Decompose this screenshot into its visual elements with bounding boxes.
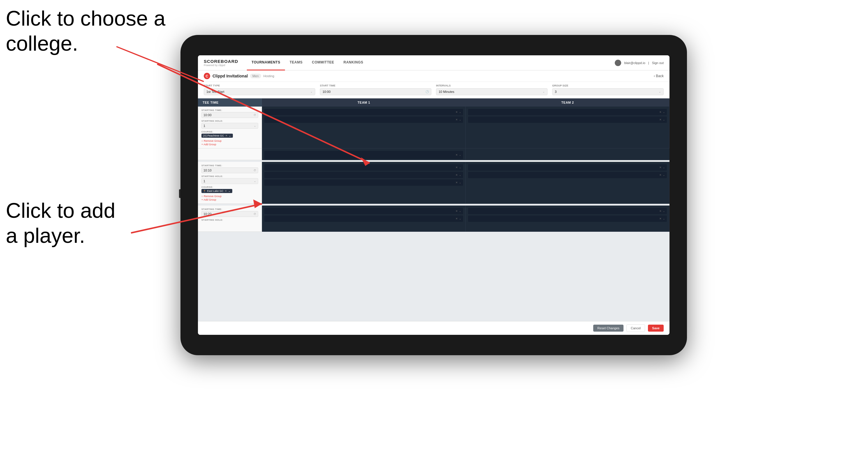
slot-x-5-2[interactable]: ✕ xyxy=(456,217,458,220)
slot-x-icon-1-2[interactable]: ✕ xyxy=(456,118,458,121)
bottom-bar: Reset Changes Cancel Save xyxy=(198,321,670,335)
player-slot-4-1[interactable]: ✕⌄ xyxy=(468,164,667,170)
starting-time-label-2: STARTING TIME: xyxy=(202,164,258,167)
player-slot-2-1[interactable]: ✕ ⌄ xyxy=(468,109,667,115)
slot-x-extra-1[interactable]: ✕ xyxy=(456,153,458,156)
nav-teams[interactable]: TEAMS xyxy=(285,55,307,70)
player-slot-1-2[interactable]: ✕ ⌄ xyxy=(264,117,463,123)
player-slot-1-1[interactable]: ✕ ⌄ xyxy=(264,109,463,115)
group-actions-2: ○ Remove Group + Add Group xyxy=(202,195,258,201)
slot-x-4-1[interactable]: ✕ xyxy=(659,166,662,169)
course-expand-2[interactable]: ⌄ xyxy=(228,190,230,192)
slot-expand-extra-1[interactable]: ⌄ xyxy=(459,153,461,156)
nav-tournaments[interactable]: TOURNAMENTS xyxy=(247,55,285,70)
start-type-group: Start Type 1st Tee Start ⌄ xyxy=(204,84,315,95)
nav-links: TOURNAMENTS TEAMS COMMITTEE RANKINGS xyxy=(247,55,615,70)
course-chip-2[interactable]: 🏌 East Lake GC ✕ ⌄ xyxy=(202,189,232,193)
slot-x-6-1[interactable]: ✕ xyxy=(659,210,662,213)
nav-committee[interactable]: COMMITTEE xyxy=(307,55,339,70)
slot-expand-4-1[interactable]: ⌄ xyxy=(663,166,665,169)
slot-x-3-2[interactable]: ✕ xyxy=(456,174,458,177)
brand-sub: Powered by clippd xyxy=(204,64,238,67)
team1-extra-1: ✕⌄ xyxy=(262,149,466,160)
nav-rankings[interactable]: RANKINGS xyxy=(339,55,368,70)
sign-out-link[interactable]: Sign out xyxy=(652,61,664,65)
starting-time-input-2[interactable]: 10:10⏱ xyxy=(202,167,258,173)
nav-brand: SCOREBOARD Powered by clippd xyxy=(204,59,238,67)
starting-hole-input-2[interactable]: 1⌄ xyxy=(202,178,258,184)
slot-expand-5-1[interactable]: ⌄ xyxy=(459,210,461,213)
col-team1: Team 1 xyxy=(262,98,466,106)
slot-expand-4-2[interactable]: ⌄ xyxy=(663,174,665,177)
team1-cell-2: ✕⌄ ✕⌄ ✕⌄ xyxy=(262,162,466,204)
slot-expand-6-2[interactable]: ⌄ xyxy=(663,217,665,220)
slot-expand-5-2[interactable]: ⌄ xyxy=(459,217,461,220)
player-slot-5-2[interactable]: ✕⌄ xyxy=(264,215,463,222)
slot-expand-3-1[interactable]: ⌄ xyxy=(459,166,461,169)
start-type-select[interactable]: 1st Tee Start ⌄ xyxy=(204,88,315,95)
course-label-1: COURSE: xyxy=(202,130,258,133)
slot-x-icon-2-2[interactable]: ✕ xyxy=(659,118,662,121)
player-slot-3-3[interactable]: ✕⌄ xyxy=(264,179,463,186)
slot-icons-1-2: ✕ ⌄ xyxy=(456,118,461,121)
course-label-2: COURSE: xyxy=(202,186,258,188)
group-actions-1: ○ Remove Group + Add Group xyxy=(202,139,258,146)
starting-time-label-3: STARTING TIME: xyxy=(202,208,258,211)
remove-group-2[interactable]: ○ Remove Group xyxy=(202,195,258,198)
starting-time-input-3[interactable]: 10:20⏱ xyxy=(202,211,258,217)
player-slot-6-1[interactable]: ✕⌄ xyxy=(468,208,667,214)
reset-button[interactable]: Reset Changes xyxy=(593,324,623,332)
starting-hole-label-3: STARTING HOLE: xyxy=(202,219,258,221)
slot-x-4-2[interactable]: ✕ xyxy=(659,174,662,177)
slot-x-icon-2-1[interactable]: ✕ xyxy=(659,111,662,114)
player-slot-6-2[interactable]: ✕⌄ xyxy=(468,215,667,222)
back-button[interactable]: ‹ Back xyxy=(654,74,664,78)
group-3: STARTING TIME: 10:20⏱ STARTING HOLE: ✕⌄ xyxy=(198,206,670,232)
start-time-group: Start Time 10:00 🕐 xyxy=(320,84,431,95)
player-slot-3-1[interactable]: ✕⌄ xyxy=(264,164,463,170)
course-remove-2[interactable]: ✕ xyxy=(225,190,227,192)
slot-expand-3-3[interactable]: ⌄ xyxy=(459,181,461,184)
add-group-2[interactable]: + Add Group xyxy=(202,198,258,201)
player-slot-2-2[interactable]: ✕ ⌄ xyxy=(468,117,667,123)
slot-expand-3-2[interactable]: ⌄ xyxy=(459,174,461,177)
cancel-button[interactable]: Cancel xyxy=(626,324,645,332)
course-expand-1[interactable]: ⌄ xyxy=(229,134,231,137)
player-slot-5-1[interactable]: ✕⌄ xyxy=(264,208,463,214)
slot-expand-icon-2-2[interactable]: ⌄ xyxy=(663,118,665,121)
brand-logo: C xyxy=(204,73,210,79)
scroll-area[interactable]: STARTING TIME: 10:00⏱ STARTING HOLE: 1⌄ … xyxy=(198,106,670,321)
slot-x-3-1[interactable]: ✕ xyxy=(456,166,458,169)
course-chip-1[interactable]: (A) Peachtree GC ✕ ⌄ xyxy=(202,134,233,138)
team2-cell-3: ✕⌄ ✕⌄ xyxy=(466,206,670,232)
player-slot-3-2[interactable]: ✕⌄ xyxy=(264,172,463,178)
brand-title: SCOREBOARD xyxy=(204,59,238,64)
slot-x-6-2[interactable]: ✕ xyxy=(659,217,662,220)
tee-info-3: STARTING TIME: 10:20⏱ STARTING HOLE: xyxy=(198,206,262,232)
slot-expand-6-1[interactable]: ⌄ xyxy=(663,210,665,213)
team1-cell-1: ✕ ⌄ ✕ ⌄ xyxy=(262,106,466,149)
tee-info-1: STARTING TIME: 10:00⏱ STARTING HOLE: 1⌄ … xyxy=(198,106,262,149)
save-button[interactable]: Save xyxy=(648,324,664,332)
slot-x-3-3[interactable]: ✕ xyxy=(456,181,458,184)
slot-expand-icon-1-2[interactable]: ⌄ xyxy=(459,118,461,121)
sub-header-left: C Clippd Invitational Men Hosting xyxy=(204,73,274,79)
group-size-select[interactable]: 3 ⌄ xyxy=(552,88,664,95)
slot-x-5-1[interactable]: ✕ xyxy=(456,210,458,213)
tee-info-2: STARTING TIME: 10:10⏱ STARTING HOLE: 1⌄ … xyxy=(198,162,262,204)
slot-x-icon-1-1[interactable]: ✕ xyxy=(456,111,458,114)
course-row-1: (A) Peachtree GC ✕ ⌄ xyxy=(202,134,258,138)
intervals-select[interactable]: 10 Minutes ⌄ xyxy=(436,88,548,95)
add-group-1[interactable]: + Add Group xyxy=(202,143,258,146)
annotation-top: Click to choose a college. xyxy=(6,6,165,56)
slot-expand-icon-2-1[interactable]: ⌄ xyxy=(663,111,665,114)
slot-expand-icon-1-1[interactable]: ⌄ xyxy=(459,111,461,114)
starting-hole-input-1[interactable]: 1⌄ xyxy=(202,123,258,129)
starting-time-input-1[interactable]: 10:00⏱ xyxy=(202,112,258,118)
remove-group-1[interactable]: ○ Remove Group xyxy=(202,139,258,143)
player-slot-1-extra[interactable]: ✕⌄ xyxy=(264,151,463,159)
start-time-select[interactable]: 10:00 🕐 xyxy=(320,88,431,95)
player-slot-4-2[interactable]: ✕⌄ xyxy=(468,172,667,178)
course-remove-1[interactable]: ✕ xyxy=(225,134,228,137)
group-size-label: Group Size xyxy=(552,84,664,87)
